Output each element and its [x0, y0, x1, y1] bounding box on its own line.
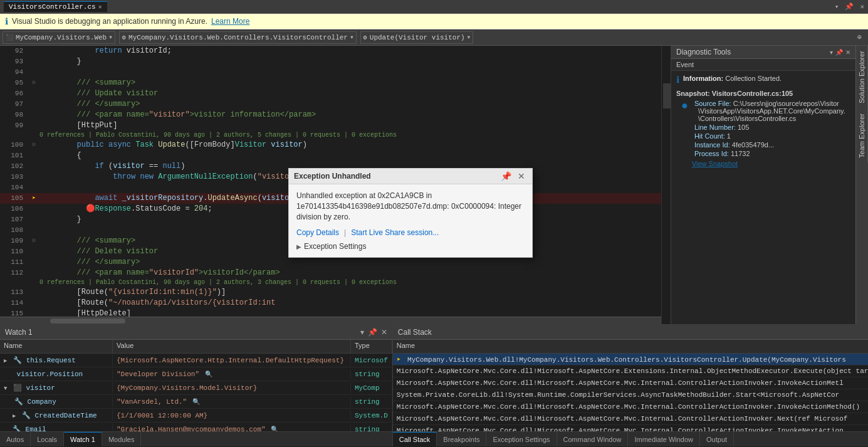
watch-name-request: ▶ 🔧 this.Request	[0, 355, 113, 365]
diag-close[interactable]: ✕	[845, 49, 850, 56]
exception-pin-button[interactable]: 📌	[499, 171, 513, 181]
code-line-111: 111 /// </summary>	[0, 257, 671, 268]
code-line-97: 97 /// </summary>	[0, 99, 671, 110]
watch-row-position: visitor.Position "Developer Division" 🔍 …	[0, 367, 392, 381]
diag-minimize[interactable]: ▾	[830, 49, 833, 56]
callstack-header-row: Name Lang	[393, 340, 868, 354]
panel-pin[interactable]: 📌	[845, 3, 854, 11]
cs-active-arrow: ➤	[397, 356, 401, 364]
cs-row-2: Microsoft.AspNetCore.Mvc.Core.dll!Micros…	[393, 377, 868, 389]
minimap	[661, 46, 671, 324]
tab-options[interactable]: ✕	[98, 3, 102, 11]
code-line-100: 100 ⊟ public async Task Update([FromBody…	[0, 140, 671, 150]
current-line-arrow: ➤	[32, 193, 36, 204]
active-tab[interactable]: VisitorsController.cs ✕	[4, 1, 107, 12]
exception-header-buttons: 📌 ✕	[499, 171, 527, 181]
exception-settings-label: Exception Settings	[304, 242, 366, 251]
snapshot-section: Snapshot: VisitorsController.cs:105 ● So…	[676, 90, 850, 167]
watch-name-company: 🔧 Company	[0, 396, 113, 407]
diag-pin[interactable]: 📌	[835, 49, 843, 56]
cs-col-name: Name	[393, 340, 868, 353]
panel-close[interactable]: ✕	[860, 3, 864, 11]
process-id-field: Process Id: 11732	[694, 150, 845, 157]
callstack-panel: Call Stack ▾ 📌 ✕ Name Lang ➤ MyCompany.V…	[393, 325, 868, 446]
cs-cell-name-3: System.Private.CoreLib.dll!System.Runtim…	[393, 391, 868, 399]
watch-col-name: Name	[0, 340, 113, 353]
instance-id-field: Instance Id: 4fe035479d...	[694, 141, 845, 149]
exception-close-button[interactable]: ✕	[516, 171, 527, 181]
code-line-95: 95 ⊟ /// <summary>	[0, 78, 671, 88]
team-explorer-tab[interactable]: Team Explorer	[856, 108, 868, 163]
magnify-email[interactable]: 🔍	[269, 426, 280, 432]
info-bar: ℹ Visual Studio is debugging an applicat…	[0, 14, 868, 29]
exception-body: Unhandled exception at 0x2CA1A9CB in 1e7…	[289, 184, 532, 257]
code-line-93: 93 }	[0, 56, 671, 67]
refs-line-112: 0 references | Pablo Costantini, 90 days…	[0, 278, 671, 287]
learn-more-link[interactable]: Learn More	[211, 17, 249, 26]
code-line-101: 101 {	[0, 150, 671, 161]
code-editor[interactable]: 92 return visitorId; 93 } 94 95 ⊟	[0, 46, 671, 324]
snapshot-details: ● Source File: C:\Users\njjog\source\rep…	[681, 100, 850, 167]
watch-type-email: string	[351, 424, 392, 432]
panel-minimize[interactable]: ▾	[835, 3, 839, 11]
cs-row-3: System.Private.CoreLib.dll!System.Runtim…	[393, 389, 868, 401]
side-tabs: Solution Explorer Team Explorer	[855, 46, 868, 324]
cs-cell-name-2: Microsoft.AspNetCore.Mvc.Core.dll!Micros…	[393, 379, 868, 387]
code-line-96: 96 /// Update visitor	[0, 88, 671, 99]
live-share-link[interactable]: Start Live Share session...	[351, 228, 439, 237]
method-icon: ⚙	[363, 34, 367, 41]
magnify-company[interactable]: 🔍	[191, 398, 201, 405]
controller-selector[interactable]: ⚙ MyCompany.Visitors.Web.Controllers.Vis…	[119, 31, 357, 44]
line-number-field: Line Number: 105	[694, 124, 845, 131]
solution-explorer-tab[interactable]: Solution Explorer	[856, 46, 868, 108]
project-icon: ⬛	[6, 34, 13, 41]
tab-callstack[interactable]: Call Stack	[393, 432, 437, 446]
expand-button[interactable]: ⊕	[857, 33, 862, 42]
exception-actions: Copy Details | Start Live Share session.…	[296, 228, 525, 237]
cs-cell-name-6: Microsoft.AspNetCore.Mvc.Core.dll!Micros…	[393, 426, 868, 431]
minimap-thumb[interactable]	[663, 83, 671, 108]
watch-value-request: {Microsoft.AspNetCore.Http.Internal.Defa…	[113, 355, 351, 365]
info-message: Visual Studio is debugging an applicatio…	[12, 17, 207, 26]
watch-row-createddatetime: ▶ 🔧 CreatedDateTime {1/1/0001 12:00:00 A…	[0, 409, 392, 423]
diagnostic-header: Diagnostic Tools ▾ 📌 ✕	[671, 46, 855, 59]
tab-immediate-window[interactable]: Immediate Window	[628, 432, 700, 446]
h-scrollbar[interactable]	[0, 317, 661, 324]
tab-command-window[interactable]: Command Window	[557, 432, 629, 446]
method-selector[interactable]: ⚙ Update(Visitor visitor) ▼	[360, 31, 474, 44]
code-line-113: 113 [Route("{visitorId:int:min(1)}")]	[0, 287, 671, 298]
h-scroll-thumb[interactable]	[50, 318, 125, 323]
diag-info-icon: ℹ	[676, 75, 679, 85]
project-selector[interactable]: ⬛ MyCompany.Visitors.Web ▼	[3, 31, 115, 44]
method-chevron: ▼	[468, 34, 471, 40]
magnify-position[interactable]: 🔍	[204, 371, 214, 377]
watch-name-createddatetime: ▶ 🔧 CreatedDateTime	[0, 410, 113, 421]
watch-row-request: ▶ 🔧 this.Request {Microsoft.AspNetCore.H…	[0, 354, 392, 367]
exception-title: Exception Unhandled	[294, 172, 371, 181]
controller-chevron: ▼	[350, 34, 353, 40]
tab-watch1[interactable]: Watch 1	[64, 432, 102, 446]
watch-minimize[interactable]: ▾	[360, 328, 364, 337]
tab-locals[interactable]: Locals	[31, 432, 64, 446]
diagnostic-title: Diagnostic Tools	[676, 48, 731, 56]
tab-breakpoints[interactable]: Breakpoints	[437, 432, 486, 446]
tab-autos[interactable]: Autos	[0, 432, 31, 446]
code-line-98: 98 /// <param name="visitor">visitor inf…	[0, 110, 671, 120]
copy-details-link[interactable]: Copy Details	[296, 228, 339, 237]
tab-modules[interactable]: Modules	[102, 432, 142, 446]
tab-exception-settings[interactable]: Exception Settings	[486, 432, 557, 446]
source-file-field: Source File: C:\Users\njjog\source\repos…	[694, 100, 845, 122]
tab-filename: VisitorsController.cs	[9, 3, 96, 11]
code-line-112: 112 /// <param name="visitorId">visitorI…	[0, 268, 671, 278]
title-bar: VisitorsController.cs ✕ ▾ 📌 ✕	[0, 0, 868, 14]
cs-row-0: ➤ MyCompany.Visitors.Web.dll!MyCompany.V…	[393, 354, 868, 365]
exception-settings-toggle[interactable]: ▶ Exception Settings	[296, 242, 525, 251]
watch-pin[interactable]: 📌	[368, 328, 377, 337]
watch-close[interactable]: ✕	[381, 328, 387, 337]
view-snapshot-link[interactable]: View Snapshot	[692, 160, 845, 167]
method-name: Update(Visitor visitor)	[370, 34, 465, 41]
exception-popup: Exception Unhandled 📌 ✕ Unhandled except…	[288, 168, 533, 258]
tab-output[interactable]: Output	[700, 432, 734, 446]
watch-type-company: string	[351, 397, 392, 407]
watch-type-request: Microsof	[351, 355, 392, 365]
